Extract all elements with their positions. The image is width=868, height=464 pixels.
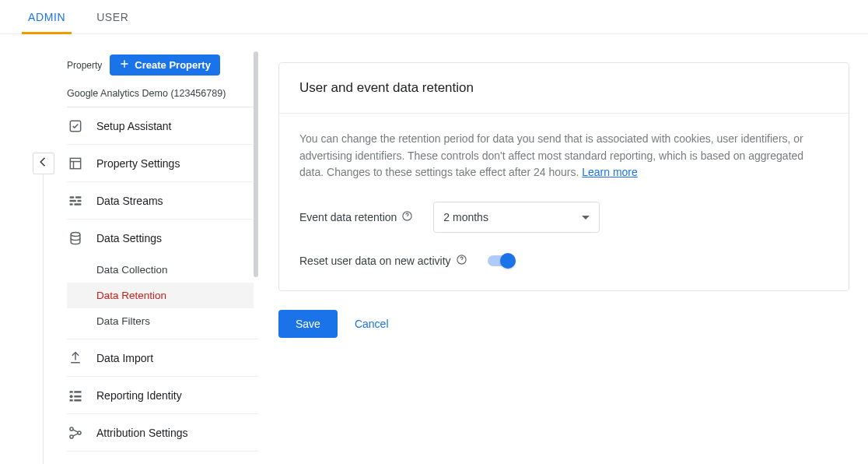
tab-user[interactable]: USER [96,0,128,33]
attribution-icon [67,425,84,441]
form-actions: Save Cancel [278,310,849,338]
top-tabs: ADMIN USER [0,0,868,34]
sidebar-item-label: Data Streams [96,195,163,207]
arrow-left-icon [37,155,51,172]
svg-rect-12 [74,395,81,398]
property-name[interactable]: Google Analytics Demo (123456789) [67,88,258,107]
svg-rect-3 [75,196,82,199]
checklist-icon [67,118,84,134]
sidebar-item-label: Setup Assistant [96,120,172,132]
sidebar-item-label: Data Import [96,352,153,364]
property-heading: Property [67,60,102,71]
learn-more-link[interactable]: Learn more [582,166,638,178]
sidebar-item-label: Property Settings [96,157,180,170]
event-retention-label: Event data retention [299,211,397,223]
sidebar-item-reporting-identity[interactable]: Reporting Identity [67,377,258,414]
sidebar: Property Create Property Google Analytic… [67,34,258,464]
reset-activity-toggle[interactable] [488,253,516,269]
svg-rect-10 [74,391,81,393]
help-icon[interactable] [401,210,413,224]
svg-rect-7 [74,203,81,206]
save-button[interactable]: Save [278,310,338,338]
svg-point-11 [70,395,73,398]
select-value: 2 months [443,211,488,223]
sidebar-sub-data-retention[interactable]: Data Retention [67,283,254,308]
identity-icon [67,388,84,403]
reset-activity-row: Reset user data on new activity [299,253,828,269]
sidebar-sub-data-filters[interactable]: Data Filters [67,308,258,334]
retention-card: User and event data retention You can ch… [278,62,849,291]
page-title: User and event data retention [279,63,849,114]
svg-rect-14 [74,399,81,402]
svg-rect-5 [78,199,82,202]
svg-rect-6 [70,203,73,206]
chevron-down-icon [582,216,590,220]
sidebar-item-attribution-settings[interactable]: Attribution Settings [67,414,258,452]
database-icon [67,230,84,246]
plus-icon [119,58,130,72]
sidebar-item-property-settings[interactable]: Property Settings [67,145,258,182]
upload-icon [67,350,84,366]
back-button[interactable] [33,153,54,174]
svg-rect-9 [70,391,73,393]
main-content: User and event data retention You can ch… [258,34,868,464]
sidebar-item-label: Attribution Settings [96,427,188,439]
sidebar-item-data-settings[interactable]: Data Settings [67,220,258,257]
svg-point-8 [71,233,80,237]
help-icon[interactable] [456,254,467,268]
data-settings-subnav: Data Collection Data Retention Data Filt… [67,257,258,339]
sidebar-item-data-streams[interactable]: Data Streams [67,182,258,220]
event-retention-select[interactable]: 2 months [433,202,600,233]
sidebar-sub-data-collection[interactable]: Data Collection [67,257,258,283]
reset-activity-label: Reset user data on new activity [299,255,451,267]
cancel-button[interactable]: Cancel [355,318,389,330]
sidebar-item-setup-assistant[interactable]: Setup Assistant [67,107,258,145]
create-property-label: Create Property [135,59,211,71]
sidebar-item-data-import[interactable]: Data Import [67,339,258,377]
event-retention-row: Event data retention 2 months [299,202,828,233]
svg-rect-13 [70,399,73,402]
sidebar-divider-line [43,174,44,464]
layout-icon [67,156,84,171]
svg-rect-2 [70,196,75,199]
svg-rect-1 [70,158,80,168]
svg-rect-4 [70,199,76,202]
sidebar-item-label: Reporting Identity [96,389,182,402]
create-property-button[interactable]: Create Property [110,54,220,76]
scrollbar[interactable] [254,51,258,277]
streams-icon [67,193,84,209]
description-body: You can change the retention period for … [299,132,803,178]
tab-admin[interactable]: ADMIN [28,0,65,33]
description-text: You can change the retention period for … [299,131,828,181]
toggle-thumb [500,253,516,269]
sidebar-item-label: Data Settings [96,232,162,244]
